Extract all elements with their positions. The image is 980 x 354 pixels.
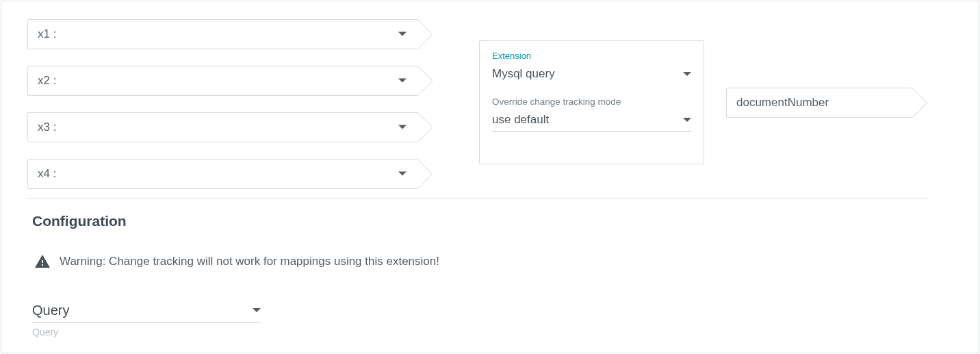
input-chip-row: x3 :	[27, 112, 439, 142]
chevron-down-icon	[683, 72, 691, 76]
extension-settings-card: Extension Mysql query Override change tr…	[479, 40, 704, 164]
warning-icon	[34, 253, 51, 270]
extension-select-value: Mysql query	[492, 67, 555, 81]
input-x2-label: x2 :	[38, 74, 56, 88]
warning-text: Warning: Change tracking will not work f…	[60, 255, 439, 268]
configuration-heading: Configuration	[32, 213, 127, 229]
input-chip-stack: x1 : x2 : x3 : x4 :	[27, 19, 439, 189]
output-chip-wrap: documentNumber	[726, 88, 933, 118]
query-hint: Query	[32, 327, 261, 338]
query-select[interactable]: Query	[32, 300, 261, 320]
override-tracking-label: Override change tracking mode	[492, 97, 691, 107]
query-select-value: Query	[32, 303, 69, 318]
select-underline	[492, 131, 691, 132]
chip-arrow-cap	[417, 66, 438, 96]
chevron-down-icon	[398, 31, 407, 36]
output-field-label: documentNumber	[736, 96, 829, 110]
section-divider	[27, 198, 929, 199]
input-x4-dropdown[interactable]: x4 :	[27, 159, 417, 189]
select-underline	[32, 322, 261, 323]
extension-label: Extension	[492, 51, 691, 61]
input-chip-row: x2 :	[27, 66, 439, 96]
chevron-down-icon	[398, 171, 407, 175]
query-block: Query Query	[32, 300, 261, 338]
input-chip-row: x4 :	[27, 159, 439, 189]
chip-arrow-cap	[417, 19, 438, 49]
chip-arrow-cap	[912, 88, 933, 118]
chevron-down-icon	[253, 308, 261, 312]
input-chip-row: x1 :	[27, 19, 439, 49]
override-tracking-select[interactable]: use default	[492, 110, 691, 130]
chip-arrow-cap	[417, 112, 438, 142]
extension-select[interactable]: Mysql query	[492, 64, 691, 84]
input-x2-dropdown[interactable]: x2 :	[27, 66, 417, 96]
input-x4-label: x4 :	[38, 167, 56, 181]
mapping-editor-panel: x1 : x2 : x3 : x4 :	[1, 1, 979, 353]
warning-row: Warning: Change tracking will not work f…	[34, 253, 439, 270]
input-x3-label: x3 :	[38, 121, 56, 134]
chevron-down-icon	[683, 118, 691, 122]
chevron-down-icon	[398, 78, 407, 82]
input-x3-dropdown[interactable]: x3 :	[27, 112, 417, 142]
input-x1-label: x1 :	[38, 27, 56, 41]
input-x1-dropdown[interactable]: x1 :	[27, 19, 417, 49]
chip-arrow-cap	[417, 159, 438, 189]
chevron-down-icon	[398, 125, 407, 129]
override-tracking-select-value: use default	[492, 113, 549, 127]
output-field-chip[interactable]: documentNumber	[726, 88, 912, 118]
